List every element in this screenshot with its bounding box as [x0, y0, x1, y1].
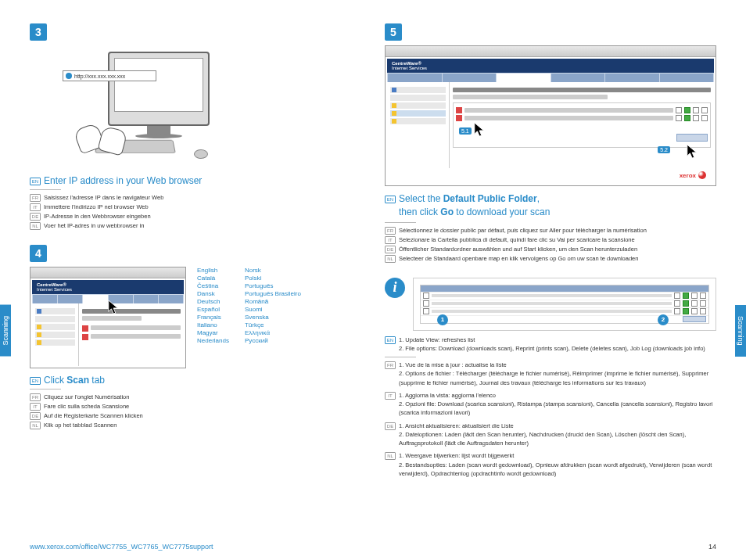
xerox-logo: xerox — [680, 171, 706, 179]
right-column: 5 CentreWare® Internet Services — [385, 23, 716, 544]
step-3: 3 http://xxx.xxx.xxx.xxx — [30, 23, 361, 231]
circle-2: 2 — [658, 314, 669, 325]
step4-translations: FRCliquez sur l'onglet Numérisation ITFa… — [30, 393, 361, 430]
footer: www.xerox.com/office/WC7755_WC7765_WC777… — [30, 543, 716, 551]
side-tab-left: Scanning — [0, 305, 11, 357]
cursor-icon — [473, 121, 487, 138]
lang-badge-en: EN — [30, 178, 41, 185]
monitor-icon: http://xxx.xxx.xxx.xxx — [108, 52, 210, 126]
step3-heading: ENEnter IP address in your Web browser — [30, 175, 361, 186]
page-number: 14 — [708, 543, 716, 551]
step4-heading: ENClick Scan tab — [30, 375, 361, 386]
step-5: 5 CentreWare® Internet Services — [385, 23, 716, 264]
circle-1: 1 — [437, 314, 448, 325]
xerox-ball-icon — [698, 171, 706, 179]
document-page: Scanning Scanning 3 http://xxx.xxx.xxx.x… — [0, 0, 746, 560]
info-section: i 1 2 EN1. U — [385, 278, 716, 483]
url-bar: http://xxx.xxx.xxx.xxx — [63, 70, 156, 81]
info-icon: i — [385, 278, 405, 298]
step-badge-3: 3 — [30, 23, 47, 41]
step-badge-4: 4 — [30, 245, 47, 262]
callout-5-2: 5.2 — [658, 146, 670, 153]
step-badge-5: 5 — [385, 23, 402, 41]
cursor-icon — [686, 143, 700, 160]
browser-mock-step5: CentreWare® Internet Services — [385, 45, 716, 186]
step5-heading: ENSelect the Default Public Folder, then… — [385, 192, 716, 219]
cw-subtitle: Internet Services — [37, 287, 179, 292]
lang-col-1: EnglishCatalàČeštinaDanskDeutschEspañolF… — [197, 267, 229, 344]
globe-icon — [66, 73, 72, 79]
info-panel-illustration: 1 2 — [413, 278, 716, 331]
side-tab-right: Scanning — [735, 305, 746, 357]
left-column: 3 http://xxx.xxx.xxx.xxx — [30, 23, 361, 544]
hands-icon — [69, 122, 131, 153]
footer-url: www.xerox.com/office/WC7755_WC7765_WC777… — [30, 543, 213, 551]
url-text: http://xxx.xxx.xxx.xxx — [74, 74, 125, 79]
info-translations: EN1. Update View: refreshes list2. File … — [385, 336, 716, 354]
step-4: 4 CentreWare® Internet Services — [30, 245, 361, 430]
callout-5-1: 5.1 — [459, 127, 472, 135]
step5-translations: FRSélectionnez le dossier public par déf… — [385, 226, 716, 264]
lang-col-2: NorskPolskiPortuguêsPortuguês Brasileiro… — [245, 267, 301, 344]
step3-translations: FRSaisissez l'adresse IP dans le navigat… — [30, 193, 361, 231]
language-list: EnglishCatalàČeštinaDanskDeutschEspañolF… — [197, 267, 301, 344]
computer-illustration: http://xxx.xxx.xxx.xxx — [53, 44, 233, 169]
cursor-icon — [107, 299, 121, 316]
browser-mock-step4: CentreWare® Internet Services — [30, 267, 186, 368]
mouse-icon — [194, 149, 208, 159]
